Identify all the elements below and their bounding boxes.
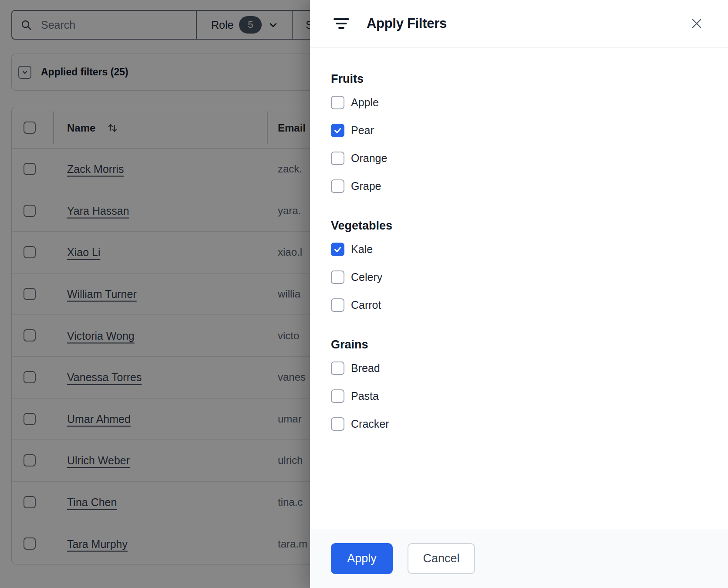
checkbox-checked[interactable]: [331, 243, 344, 256]
filter-sections: FruitsApplePearOrangeGrapeVegetablesKale…: [310, 47, 728, 529]
filter-option-pear[interactable]: Pear: [331, 116, 707, 144]
panel-title: Apply Filters: [367, 16, 672, 31]
section-heading: Vegetables: [331, 219, 707, 233]
filter-section-fruits: FruitsApplePearOrangeGrape: [331, 72, 707, 200]
filter-option-kale[interactable]: Kale: [331, 235, 707, 263]
filter-section-vegetables: VegetablesKaleCeleryCarrot: [331, 219, 707, 319]
checkbox-unchecked[interactable]: [331, 152, 344, 165]
checkbox-unchecked[interactable]: [331, 96, 344, 109]
option-label: Pear: [351, 124, 374, 137]
checkbox-unchecked[interactable]: [331, 389, 344, 403]
filter-option-orange[interactable]: Orange: [331, 144, 707, 172]
section-heading: Grains: [331, 338, 707, 351]
filter-option-carrot[interactable]: Carrot: [331, 291, 707, 319]
option-label: Grape: [351, 180, 381, 193]
checkbox-checked[interactable]: [331, 124, 344, 137]
filter-option-pasta[interactable]: Pasta: [331, 382, 707, 410]
filter-lines-icon: [334, 18, 349, 29]
panel-footer: Apply Cancel: [310, 529, 728, 588]
checkbox-unchecked[interactable]: [331, 362, 344, 375]
close-icon: [691, 17, 703, 30]
filter-option-celery[interactable]: Celery: [331, 263, 707, 291]
cancel-button[interactable]: Cancel: [408, 543, 475, 574]
panel-header: Apply Filters: [310, 0, 728, 47]
option-label: Orange: [351, 152, 387, 165]
option-label: Apple: [351, 96, 379, 109]
checkbox-unchecked[interactable]: [331, 417, 344, 431]
option-label: Celery: [351, 271, 382, 284]
apply-filters-panel: Apply Filters FruitsApplePearOrangeGrape…: [310, 0, 728, 588]
option-label: Cracker: [351, 418, 389, 430]
filter-section-grains: GrainsBreadPastaCracker: [331, 338, 707, 438]
filter-option-grape[interactable]: Grape: [331, 172, 707, 200]
section-heading: Fruits: [331, 72, 707, 86]
option-label: Carrot: [351, 299, 381, 311]
app-screen: Search Role 5 S Applied filt: [0, 0, 728, 588]
apply-button[interactable]: Apply: [331, 543, 393, 574]
option-label: Kale: [351, 243, 373, 256]
filter-option-cracker[interactable]: Cracker: [331, 410, 707, 438]
filter-option-bread[interactable]: Bread: [331, 354, 707, 382]
checkbox-unchecked[interactable]: [331, 179, 344, 193]
option-label: Pasta: [351, 390, 379, 402]
close-panel-button[interactable]: [689, 16, 704, 31]
checkbox-unchecked[interactable]: [331, 270, 344, 284]
option-label: Bread: [351, 362, 380, 375]
checkbox-unchecked[interactable]: [331, 298, 344, 312]
filter-option-apple[interactable]: Apple: [331, 88, 707, 116]
